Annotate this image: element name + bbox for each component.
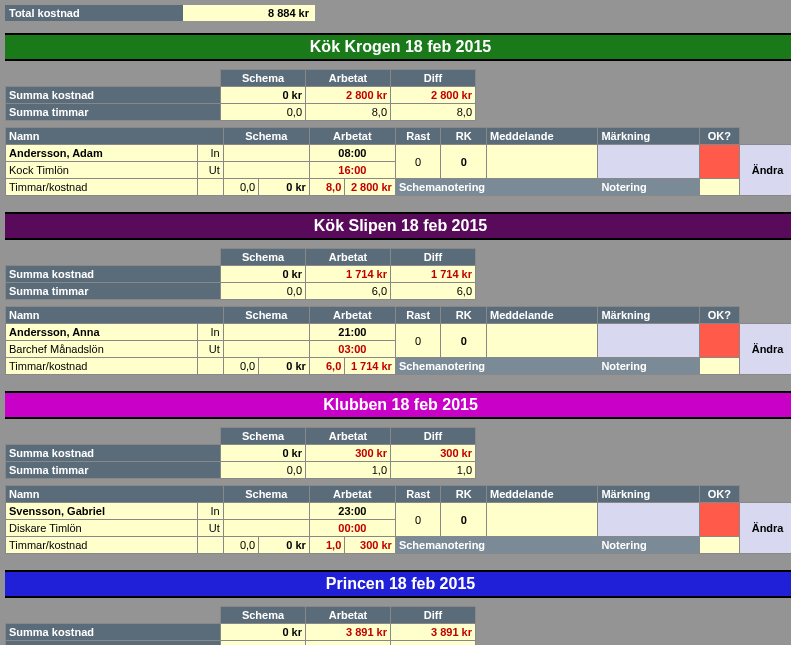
andra-button[interactable]: Ändra: [740, 503, 791, 554]
markning-cell[interactable]: [598, 503, 699, 537]
sum-tim-arbetat: 8,5: [306, 641, 391, 646]
ut-label: Ut: [198, 341, 223, 358]
in-label: In: [198, 324, 223, 341]
hdr-rast: Rast: [395, 486, 441, 503]
hdr-meddelande: Meddelande: [487, 128, 598, 145]
person-role: Kock Timlön: [6, 162, 198, 179]
hdr-arbetat: Arbetat: [306, 428, 391, 445]
notering-label: Notering: [598, 537, 699, 554]
hdr-rk: RK: [441, 486, 487, 503]
tk-schema-k: 0 kr: [259, 179, 310, 196]
sum-tim-schema: 0,0: [221, 283, 306, 300]
summa-timmar-label: Summa timmar: [6, 283, 221, 300]
hdr-namn: Namn: [6, 486, 224, 503]
timmar-kostnad-label: Timmar/kostnad: [6, 179, 198, 196]
sum-kost-schema: 0 kr: [221, 445, 306, 462]
summa-timmar-label: Summa timmar: [6, 462, 221, 479]
arbetat-in: 08:00: [309, 145, 395, 162]
summa-kostnad-label: Summa kostnad: [6, 445, 221, 462]
sum-kost-arbetat: 2 800 kr: [306, 87, 391, 104]
schema-in: [223, 145, 309, 162]
sum-tim-arbetat: 6,0: [306, 283, 391, 300]
total-label: Total kostnad: [5, 5, 183, 21]
person-role: Barchef Månadslön: [6, 341, 198, 358]
schema-ut: [223, 341, 309, 358]
sum-tim-arbetat: 1,0: [306, 462, 391, 479]
in-label: In: [198, 503, 223, 520]
hdr-diff: Diff: [391, 607, 476, 624]
sum-kost-schema: 0 kr: [221, 87, 306, 104]
hdr-schema: Schema: [221, 428, 306, 445]
tk-schema-k: 0 kr: [259, 358, 310, 375]
meddelande-cell[interactable]: [487, 145, 598, 179]
notering-label: Notering: [598, 358, 699, 375]
tk-schema-h: 0,0: [223, 537, 258, 554]
section-title: Princen 18 feb 2015: [5, 570, 791, 598]
hdr-arbetat2: Arbetat: [309, 128, 395, 145]
markning-cell[interactable]: [598, 324, 699, 358]
meddelande-cell[interactable]: [487, 324, 598, 358]
sum-kost-schema: 0 kr: [221, 266, 306, 283]
andra-button[interactable]: Ändra: [740, 324, 791, 375]
timmar-kostnad-label: Timmar/kostnad: [6, 358, 198, 375]
hdr-arbetat: Arbetat: [306, 70, 391, 87]
arbetat-in: 23:00: [309, 503, 395, 520]
arbetat-ut: 16:00: [309, 162, 395, 179]
sum-tim-diff: 8,5: [391, 641, 476, 646]
hdr-arbetat2: Arbetat: [309, 307, 395, 324]
hdr-diff: Diff: [391, 249, 476, 266]
hdr-schema2: Schema: [223, 307, 309, 324]
person-name: Andersson, Anna: [6, 324, 198, 341]
hdr-schema2: Schema: [223, 486, 309, 503]
andra-button[interactable]: Ändra: [740, 145, 791, 196]
sum-tim-schema: 0,0: [221, 641, 306, 646]
tk-arb-h: 6,0: [309, 358, 344, 375]
hdr-ok: OK?: [699, 128, 740, 145]
summa-kostnad-label: Summa kostnad: [6, 624, 221, 641]
person-name: Andersson, Adam: [6, 145, 198, 162]
arbetat-ut: 03:00: [309, 341, 395, 358]
section: Kök Krogen 18 feb 2015 Schema Arbetat Di…: [5, 33, 791, 196]
hdr-arbetat: Arbetat: [306, 249, 391, 266]
sum-kost-arbetat: 1 714 kr: [306, 266, 391, 283]
hdr-namn: Namn: [6, 128, 224, 145]
summa-kostnad-label: Summa kostnad: [6, 87, 221, 104]
total-row: Total kostnad 8 884 kr: [5, 5, 791, 21]
arbetat-ut: 00:00: [309, 520, 395, 537]
rk-value: 0: [441, 503, 487, 537]
notering-cell[interactable]: [699, 358, 740, 375]
sum-kost-diff: 1 714 kr: [391, 266, 476, 283]
hdr-meddelande: Meddelande: [487, 486, 598, 503]
sum-kost-schema: 0 kr: [221, 624, 306, 641]
schemanotering-label: Schemanotering: [395, 179, 598, 196]
sum-tim-arbetat: 8,0: [306, 104, 391, 121]
hdr-rk: RK: [441, 307, 487, 324]
hdr-rk: RK: [441, 128, 487, 145]
tk-schema-h: 0,0: [223, 358, 258, 375]
markning-cell[interactable]: [598, 145, 699, 179]
tk-arb-h: 1,0: [309, 537, 344, 554]
meddelande-cell[interactable]: [487, 503, 598, 537]
notering-cell[interactable]: [699, 179, 740, 196]
sum-tim-diff: 8,0: [391, 104, 476, 121]
arbetat-in: 21:00: [309, 324, 395, 341]
hdr-diff: Diff: [391, 428, 476, 445]
hdr-namn: Namn: [6, 307, 224, 324]
sum-tim-schema: 0,0: [221, 104, 306, 121]
tk-schema-h: 0,0: [223, 179, 258, 196]
ok-cell[interactable]: [699, 324, 740, 358]
schema-ut: [223, 162, 309, 179]
hdr-markning: Märkning: [598, 486, 699, 503]
schema-ut: [223, 520, 309, 537]
in-label: In: [198, 145, 223, 162]
section: Kök Slipen 18 feb 2015 Schema Arbetat Di…: [5, 212, 791, 375]
hdr-markning: Märkning: [598, 307, 699, 324]
rast-value: 0: [395, 324, 441, 358]
notering-cell[interactable]: [699, 537, 740, 554]
hdr-ok: OK?: [699, 486, 740, 503]
hdr-schema: Schema: [221, 607, 306, 624]
schemanotering-label: Schemanotering: [395, 537, 598, 554]
ok-cell[interactable]: [699, 503, 740, 537]
ok-cell[interactable]: [699, 145, 740, 179]
section-title: Kök Slipen 18 feb 2015: [5, 212, 791, 240]
